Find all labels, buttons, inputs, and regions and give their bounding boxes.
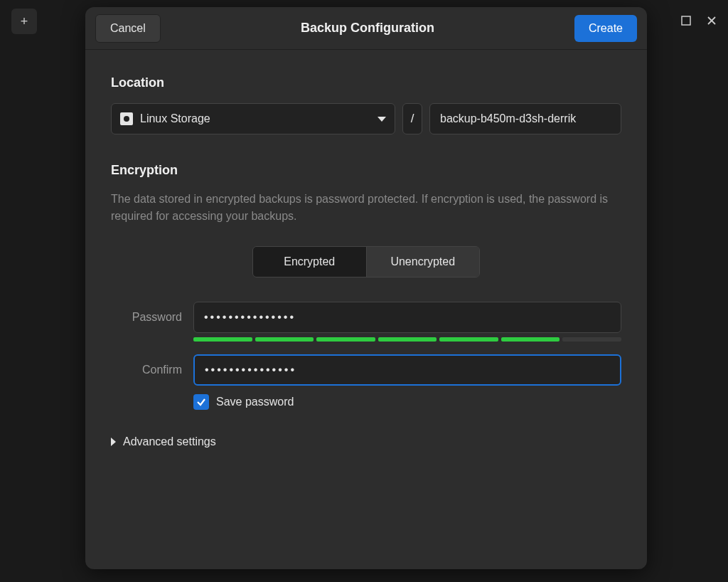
strength-segment bbox=[255, 337, 314, 342]
create-button[interactable]: Create bbox=[574, 15, 637, 42]
strength-segment bbox=[439, 337, 498, 342]
confirm-row: Confirm bbox=[111, 354, 621, 386]
plus-icon: + bbox=[21, 14, 28, 29]
encryption-toggle: Encrypted Unencrypted bbox=[252, 246, 480, 277]
strength-segment bbox=[316, 337, 375, 342]
chevron-right-icon bbox=[111, 438, 116, 446]
save-password-label: Save password bbox=[216, 396, 294, 408]
storage-name: Linux Storage bbox=[140, 112, 378, 125]
check-icon bbox=[196, 397, 206, 407]
disk-icon bbox=[120, 112, 133, 125]
encryption-label: Encryption bbox=[111, 163, 621, 178]
window-controls bbox=[681, 16, 717, 28]
advanced-settings-toggle[interactable]: Advanced settings bbox=[111, 435, 621, 448]
encryption-description: The data stored in encrypted backups is … bbox=[111, 191, 621, 225]
encrypted-toggle[interactable]: Encrypted bbox=[253, 247, 367, 277]
backup-config-dialog: Cancel Backup Configuration Create Locat… bbox=[85, 7, 647, 569]
save-password-row: Save password bbox=[193, 394, 621, 410]
dialog-header: Cancel Backup Configuration Create bbox=[85, 7, 647, 50]
confirm-input[interactable] bbox=[193, 354, 621, 386]
location-label: Location bbox=[111, 75, 621, 90]
storage-select[interactable]: Linux Storage bbox=[111, 103, 395, 134]
password-row: Password bbox=[111, 302, 621, 333]
password-label: Password bbox=[111, 311, 182, 324]
dialog-title: Backup Configuration bbox=[301, 21, 434, 36]
location-row: Linux Storage / bbox=[111, 103, 621, 134]
unencrypted-toggle[interactable]: Unencrypted bbox=[367, 247, 480, 277]
strength-segment bbox=[193, 337, 252, 342]
dialog-body: Location Linux Storage / Encryption The … bbox=[85, 50, 647, 474]
path-input[interactable] bbox=[429, 103, 621, 134]
strength-segment bbox=[501, 337, 560, 342]
chevron-down-icon bbox=[378, 117, 386, 122]
password-input[interactable] bbox=[193, 302, 621, 333]
cancel-button[interactable]: Cancel bbox=[95, 14, 161, 43]
maximize-icon[interactable] bbox=[681, 16, 691, 28]
confirm-label: Confirm bbox=[111, 364, 182, 376]
password-strength-bar bbox=[193, 337, 621, 342]
path-separator: / bbox=[402, 103, 422, 134]
strength-segment bbox=[562, 337, 621, 342]
close-icon[interactable] bbox=[707, 16, 717, 28]
add-button[interactable]: + bbox=[11, 9, 37, 34]
advanced-settings-label: Advanced settings bbox=[123, 435, 216, 448]
save-password-checkbox[interactable] bbox=[193, 394, 209, 410]
svg-rect-0 bbox=[682, 16, 690, 25]
strength-segment bbox=[378, 337, 437, 342]
